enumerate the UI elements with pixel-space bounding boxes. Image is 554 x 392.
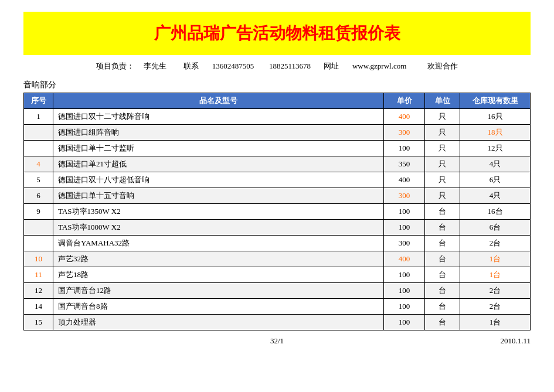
cell-price: 300: [384, 236, 425, 251]
cell-unit: 台: [425, 267, 460, 283]
cell-unit: 台: [425, 236, 460, 251]
cell-name: 德国进口双十二寸线阵音响: [53, 109, 384, 125]
cell-seq: 5: [24, 172, 53, 188]
contact-person: 李先生: [144, 62, 166, 70]
col-header-stock: 仓库现有数里: [460, 93, 531, 109]
cell-price: 400: [384, 251, 425, 267]
cell-seq: [24, 236, 53, 251]
cell-stock: 4只: [460, 156, 531, 172]
footer-date: 2010.1.11: [362, 336, 531, 346]
cell-price: 100: [384, 299, 425, 315]
cell-unit: 只: [425, 141, 460, 156]
table-row: 调音台YAMAHA32路300台2台: [24, 236, 531, 251]
cell-stock: 2台: [460, 299, 531, 315]
cell-name: 德国进口双十八寸超低音响: [53, 172, 384, 188]
contact-welcome: 欢迎合作: [427, 62, 458, 70]
table-row: 6德国进口单十五寸音响300只4只: [24, 188, 531, 204]
cell-stock: 1台: [460, 251, 531, 267]
cell-seq: [24, 220, 53, 236]
table-header-row: 序号 品名及型号 单价 单位 仓库现有数里: [24, 93, 531, 109]
cell-stock: 4只: [460, 188, 531, 204]
cell-price: 100: [384, 204, 425, 220]
table-row: 5德国进口双十八寸超低音响400只6只: [24, 172, 531, 188]
cell-stock: 1台: [460, 267, 531, 283]
cell-name: 国产调音台8路: [53, 299, 384, 315]
cell-price: 300: [384, 125, 425, 141]
cell-name: 德国进口单21寸超低: [53, 156, 384, 172]
cell-name: 德国进口组阵音响: [53, 125, 384, 141]
cell-seq: 6: [24, 188, 53, 204]
cell-stock: 1台: [460, 315, 531, 330]
cell-unit: 台: [425, 220, 460, 236]
table-row: 14国产调音台8路100台2台: [24, 299, 531, 315]
cell-unit: 台: [425, 251, 460, 267]
contact-website: www.gzprwl.com: [352, 62, 406, 70]
cell-seq: 1: [24, 109, 53, 125]
cell-price: 400: [384, 172, 425, 188]
table-row: 德国进口组阵音响300只18只: [24, 125, 531, 141]
cell-price: 100: [384, 267, 425, 283]
main-title: 广州品瑞广告活动物料租赁报价表: [29, 22, 525, 45]
table-row: 12国产调音台12路100台2台: [24, 283, 531, 299]
cell-price: 100: [384, 315, 425, 330]
cell-stock: 6台: [460, 220, 531, 236]
contact-phone2: 18825113678: [269, 62, 311, 70]
price-table: 序号 品名及型号 单价 单位 仓库现有数里 1德国进口双十二寸线阵音响400只1…: [23, 93, 531, 330]
col-header-name: 品名及型号: [53, 93, 384, 109]
contact-label-contact: 联系: [183, 62, 199, 70]
contact-phone1: 13602487505: [212, 62, 254, 70]
cell-seq: 11: [24, 267, 53, 283]
footer-bar: 32/1 2010.1.11: [23, 336, 531, 346]
cell-price: 100: [384, 220, 425, 236]
cell-stock: 6只: [460, 172, 531, 188]
cell-seq: 4: [24, 156, 53, 172]
table-row: 1德国进口双十二寸线阵音响400只16只: [24, 109, 531, 125]
cell-stock: 2台: [460, 236, 531, 251]
table-row: 11声艺18路100台1台: [24, 267, 531, 283]
table-row: 10声艺32路400台1台: [24, 251, 531, 267]
table-row: 15顶力处理器100台1台: [24, 315, 531, 330]
cell-stock: 16台: [460, 204, 531, 220]
contact-bar: 项目负责：李先生 联系 13602487505 18825113678 网址 w…: [23, 61, 531, 71]
cell-seq: [24, 141, 53, 156]
cell-name: 德国进口单十五寸音响: [53, 188, 384, 204]
cell-seq: 14: [24, 299, 53, 315]
cell-name: 声艺18路: [53, 267, 384, 283]
header-banner: 广州品瑞广告活动物料租赁报价表: [23, 12, 531, 55]
cell-name: 德国进口单十二寸监听: [53, 141, 384, 156]
cell-unit: 只: [425, 156, 460, 172]
contact-label-person: 项目负责：: [96, 62, 134, 70]
cell-seq: 10: [24, 251, 53, 267]
cell-seq: [24, 125, 53, 141]
cell-name: 国产调音台12路: [53, 283, 384, 299]
cell-price: 300: [384, 188, 425, 204]
cell-unit: 台: [425, 204, 460, 220]
cell-name: 声艺32路: [53, 251, 384, 267]
cell-price: 100: [384, 283, 425, 299]
col-header-seq: 序号: [24, 93, 53, 109]
cell-unit: 台: [425, 283, 460, 299]
cell-name: TAS功率1350W X2: [53, 204, 384, 220]
cell-seq: 12: [24, 283, 53, 299]
col-header-price: 单价: [384, 93, 425, 109]
table-row: TAS功率1000W X2100台6台: [24, 220, 531, 236]
cell-unit: 只: [425, 172, 460, 188]
table-row: 德国进口单十二寸监听100只12只: [24, 141, 531, 156]
contact-label-website: 网址: [324, 62, 339, 70]
section-title: 音响部分: [23, 80, 531, 90]
cell-unit: 只: [425, 125, 460, 141]
cell-seq: 9: [24, 204, 53, 220]
cell-name: TAS功率1000W X2: [53, 220, 384, 236]
cell-name: 顶力处理器: [53, 315, 384, 330]
cell-stock: 16只: [460, 109, 531, 125]
cell-stock: 18只: [460, 125, 531, 141]
col-header-unit: 单位: [425, 93, 460, 109]
cell-stock: 12只: [460, 141, 531, 156]
table-row: 9TAS功率1350W X2100台16台: [24, 204, 531, 220]
cell-price: 350: [384, 156, 425, 172]
cell-stock: 2台: [460, 283, 531, 299]
cell-unit: 台: [425, 299, 460, 315]
cell-price: 400: [384, 109, 425, 125]
table-row: 4德国进口单21寸超低350只4只: [24, 156, 531, 172]
cell-seq: 15: [24, 315, 53, 330]
